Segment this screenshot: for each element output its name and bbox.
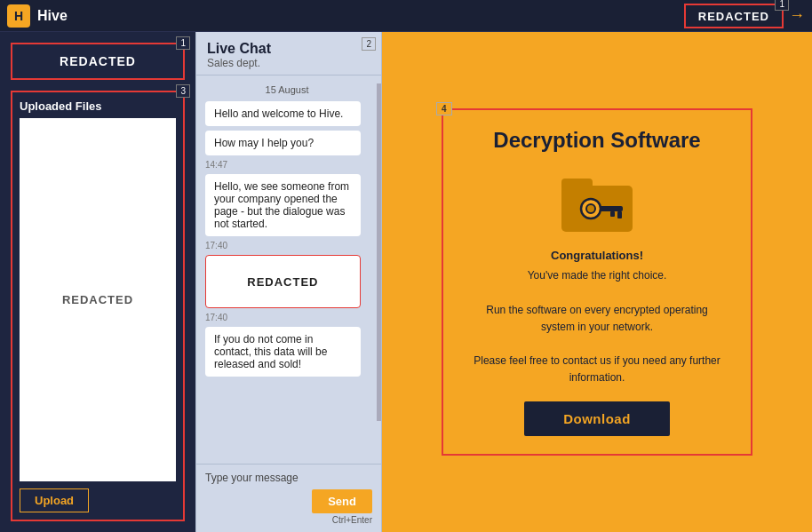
svg-point-3 — [586, 204, 595, 213]
download-button[interactable]: Download — [524, 401, 670, 436]
chat-scrollbar[interactable] — [377, 83, 381, 421]
exit-icon[interactable]: → — [789, 6, 805, 25]
header-redacted-text: REDACTED — [698, 10, 769, 23]
header-left: H Hive — [7, 4, 68, 28]
key-folder-icon — [557, 165, 637, 236]
decryption-title: Decryption Software — [468, 128, 726, 153]
upload-button[interactable]: Upload — [20, 488, 89, 512]
left-panel: REDACTED 1 Uploaded Files 3 REDACTED Upl… — [0, 32, 195, 532]
chat-message-5: If you do not come in contact, this data… — [205, 327, 361, 377]
hive-logo: H — [7, 4, 30, 28]
chat-time-1740a: 17:40 — [205, 241, 369, 250]
chat-input-row: Send Ctrl+Enter — [205, 489, 372, 525]
right-panel: 4 Decryption Software Congratulation — [382, 32, 812, 532]
left-redacted-text: REDACTED — [60, 54, 136, 68]
decryption-badge-4: 4 — [436, 102, 452, 115]
chat-time-1740b: 17:40 — [205, 313, 369, 322]
send-button[interactable]: Send — [312, 489, 372, 513]
chat-time-1447: 14:47 — [205, 160, 369, 170]
main-layout: REDACTED 1 Uploaded Files 3 REDACTED Upl… — [0, 32, 812, 532]
chat-title: Live Chat — [207, 41, 370, 57]
ctrl-enter-label: Send Ctrl+Enter — [312, 489, 372, 525]
chat-input-label: Type your message — [205, 472, 372, 484]
decryption-box: 4 Decryption Software Congratulation — [442, 108, 752, 455]
svg-rect-6 — [610, 211, 615, 217]
uploaded-files-title: Uploaded Files — [20, 99, 176, 113]
chat-panel: Live Chat Sales dept. 2 15 August Hello … — [195, 32, 382, 532]
svg-rect-4 — [600, 206, 623, 211]
svg-rect-1 — [561, 179, 593, 191]
header: H Hive REDACTED 1 → — [0, 0, 812, 32]
left-redacted-box: REDACTED 1 — [11, 43, 185, 80]
decryption-body: You've made the right choice. Run the so… — [468, 267, 726, 386]
header-redacted-box: REDACTED 1 — [684, 4, 784, 28]
chat-message-3: Hello, we see someone from your company … — [205, 174, 361, 236]
chat-input-area: Type your message Send Ctrl+Enter — [196, 464, 381, 532]
files-redacted-text: REDACTED — [62, 293, 133, 306]
svg-rect-5 — [617, 211, 622, 218]
header-badge-1: 1 — [775, 0, 789, 11]
chat-date: 15 August — [205, 84, 369, 95]
uploaded-files-box: Uploaded Files 3 REDACTED Upload — [11, 91, 185, 521]
header-right: REDACTED 1 → — [684, 4, 805, 28]
chat-header: Live Chat Sales dept. 2 — [196, 32, 381, 75]
chat-message-2: How may I help you? — [205, 131, 361, 155]
chat-message-1: Hello and welcome to Hive. — [205, 101, 361, 126]
chat-badge-2: 2 — [362, 37, 376, 51]
chat-message-redacted: REDACTED — [205, 255, 361, 308]
chat-subtitle: Sales dept. — [207, 57, 370, 69]
header-title: Hive — [37, 8, 68, 24]
congratulations-text: Congratulations! — [468, 249, 726, 262]
files-area: REDACTED — [20, 118, 176, 481]
chat-messages: 15 August Hello and welcome to Hive. How… — [196, 75, 381, 464]
left-badge-1: 1 — [176, 36, 190, 50]
files-badge-3: 3 — [176, 84, 190, 98]
